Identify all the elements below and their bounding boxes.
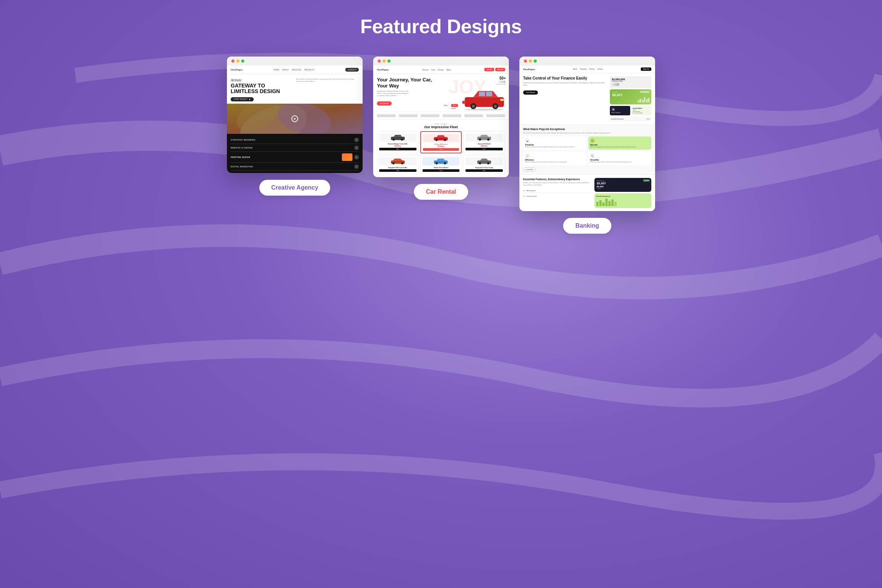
agency-hero-subtitle: Artistic (231, 78, 293, 82)
car-nav-links: Service Cars Pricing About (422, 69, 451, 71)
svg-point-16 (401, 138, 403, 141)
svg-rect-5 (479, 92, 485, 96)
bank-bottom-title: Essential Features, Extraordinary Experi… (523, 178, 591, 181)
svg-point-8 (472, 105, 475, 108)
service-digital-marketing[interactable]: DIGITAL MARKETING › (231, 163, 359, 171)
agency-nav-links: HOME ABOUT SERVICES PROJECTS (274, 69, 314, 71)
car-nav-signup[interactable]: Sign Up (495, 68, 505, 71)
svg-point-10 (494, 105, 497, 108)
svg-point-24 (392, 162, 395, 164)
dot-red-3 (524, 60, 527, 63)
versatility-icon: 🔧 (590, 153, 595, 158)
bank-budgeting-card: Monthly Budgeting (594, 193, 651, 208)
creative-agency-browser: FlexiPages HOME ABOUT SERVICES PROJECTS … (227, 57, 363, 173)
bank-features-title: What Makes PayLink Exceptional (523, 128, 651, 130)
browser-topbar-1 (227, 57, 363, 66)
agency-nav-contact[interactable]: CONTACT (345, 68, 359, 72)
service-strategic-branding[interactable]: STRATEGIC BRANDING › (231, 136, 359, 144)
agency-nav-projects: PROJECTS (304, 69, 314, 71)
dot-yellow-1 (236, 60, 239, 63)
car-stats: 50+ 10.5K+ PEOPLE (496, 76, 506, 85)
dot-green-1 (241, 60, 244, 63)
fleet-car-3[interactable]: Aurora X5 Nebula $90/day Rent (463, 131, 505, 153)
agency-start-btn[interactable]: START PROJECT ▶ (231, 97, 254, 101)
svg-point-27 (436, 162, 438, 164)
svg-point-13 (465, 109, 504, 110)
feature-versatility: 🔧 Versatility A full-blown suite of feat… (588, 152, 652, 165)
creative-agency-card: FlexiPages HOME ABOUT SERVICES PROJECTS … (227, 57, 363, 196)
bank-stats-cards: 🏠 Home Payment INVESTMENT BACK Get premi… (610, 106, 651, 115)
agency-nav: FlexiPages HOME ABOUT SERVICES PROJECTS … (227, 66, 363, 74)
car-nav: FlexiPages Service Cars Pricing About Co… (373, 66, 509, 74)
bank-hero: Take Control of Your Finance Easily Expe… (519, 73, 655, 124)
car-rental-label[interactable]: Car Rental (414, 184, 468, 200)
bank-mini-chart (638, 97, 650, 103)
svg-point-18 (436, 139, 438, 141)
agency-nav-home: HOME (274, 69, 279, 71)
fleet-car-6[interactable]: Vanguard C-Class Coupe Rent (463, 155, 505, 174)
bank-investment: INVESTMENT BACK Get premiumfor more bene… (631, 106, 652, 115)
agency-hero-visual: ▶ (227, 104, 363, 134)
car-hero: Your Journey, Your Car, Your Way Experie… (373, 74, 509, 112)
service-website-ui[interactable]: WEBSITE UI DESIGN › (231, 144, 359, 152)
dot-green-2 (387, 60, 390, 63)
car-rental-browser: FlexiPages Service Cars Pricing About Co… (373, 57, 509, 177)
play-button[interactable]: ▶ (291, 115, 298, 122)
car-fleet: THE CARS Our Impressive Fleet Horizon Mi… (373, 120, 509, 177)
dot-red-2 (378, 60, 381, 63)
bank-logo: FlexiPages (523, 68, 535, 70)
bank-net-worth-card: Net Worth $5,907 NEW SAVINGS (610, 89, 651, 104)
car-action-buttons: Race Buy (442, 104, 458, 107)
car-hero-desc: Experience the ultimate freedom of choic… (377, 90, 409, 97)
dot-yellow-2 (383, 60, 386, 63)
printing-thumb (342, 153, 352, 161)
bank-learn-more-btn[interactable]: Learn More (523, 167, 536, 172)
car-hero-text: Your Journey, Your Car, Your Way Experie… (373, 74, 441, 107)
dot-yellow-3 (529, 60, 532, 63)
banking-card: FlexiPages About Features Pricing Contac… (519, 57, 655, 234)
bank-hero-dashboard: $3,000,000 Transactions Daily Net Worth … (610, 76, 651, 121)
car-logo: FlexiPages (377, 69, 389, 71)
agency-hero: Artistic GATEWAY TO LIMITLESS DESIGN STA… (227, 74, 363, 101)
race-btn[interactable]: Race (442, 104, 450, 107)
svg-point-28 (444, 162, 446, 164)
bank-nav-signup[interactable]: Sign Up (641, 67, 651, 71)
fleet-car-5[interactable]: Stellar Orion Hybrid Rent (420, 155, 462, 174)
agency-logo: FlexiPages (231, 69, 242, 71)
bank-bottom-section: Essential Features, Extraordinary Experi… (519, 175, 655, 211)
page-title: Featured Designs (360, 15, 522, 38)
fleet-car-4[interactable]: Vanguard GX2 Convertible Rent (377, 155, 419, 174)
fleet-car-2[interactable]: Zephyr A4 Stratos $79/day Rent (420, 131, 462, 153)
fleet-car-1[interactable]: Horizon Mirage Convertible $49/day Rent (377, 131, 419, 153)
bank-features-grid: ☁ Simplicity Intuitive design that makes… (523, 136, 651, 165)
bank-transactions-card: $3,000,000 Transactions Daily (610, 76, 651, 88)
creative-agency-label[interactable]: Creative Agency (259, 180, 331, 196)
consult-btn[interactable]: Consult (449, 107, 458, 110)
service-printing[interactable]: PRINTING DESIGN › (231, 152, 359, 163)
fleet-title: Our Impressive Fleet (377, 125, 505, 129)
car-get-btn[interactable]: Get Started (377, 101, 392, 106)
bank-nav-links: About Features Pricing Contact (573, 68, 603, 70)
bank-savings-card: Total Savings $5,907 INCOME $0,802 - $4,… (594, 178, 651, 192)
dot-red-1 (231, 60, 234, 63)
bank-bottom-sub: Explore our comprehensive range of servi… (523, 182, 591, 186)
security-icon: 🔒 (590, 138, 595, 143)
svg-point-15 (392, 138, 395, 141)
browser-topbar-3 (519, 57, 655, 66)
buy-btn[interactable]: Buy (451, 104, 458, 107)
bank-hero-title: Take Control of Your Finance Easily (523, 76, 607, 81)
dot-green-3 (534, 60, 537, 63)
car-logos (373, 112, 509, 120)
banking-label[interactable]: Banking (563, 218, 611, 234)
feature-efficiency: ⚡ Efficiency Real-time financial transac… (523, 152, 586, 165)
fleet-grid: Horizon Mirage Convertible $49/day Rent … (377, 131, 505, 174)
car-nav-contact[interactable]: Contact (484, 68, 494, 71)
bank-home-payment: 🏠 Home Payment (610, 106, 630, 115)
agency-services: STRATEGIC BRANDING › WEBSITE UI DESIGN ›… (227, 134, 363, 173)
bank-get-btn[interactable]: Get Started (523, 90, 538, 95)
svg-point-21 (479, 138, 481, 141)
svg-point-30 (479, 162, 481, 164)
cards-container: FlexiPages HOME ABOUT SERVICES PROJECTS … (215, 57, 667, 234)
bank-item-1: 01 Bills Payment (523, 188, 591, 193)
svg-point-22 (487, 138, 490, 141)
